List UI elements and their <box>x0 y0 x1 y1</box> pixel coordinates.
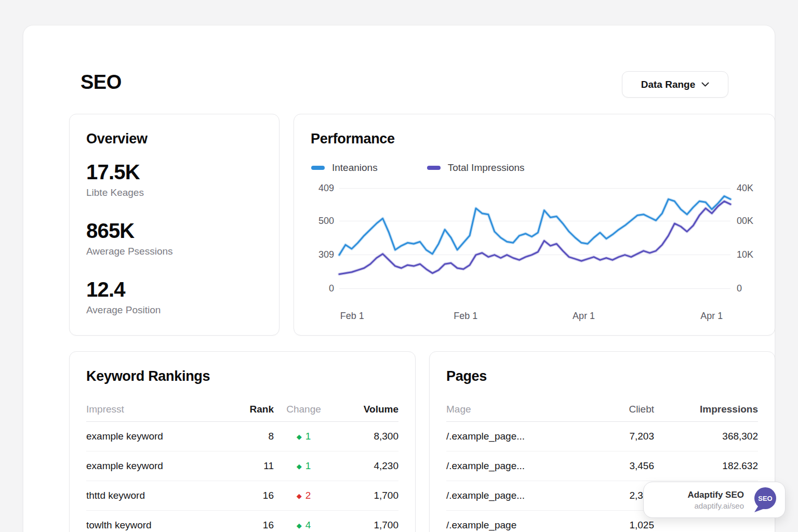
page-row: /.example_page... 3,456 182.632 <box>446 451 758 481</box>
volume-cell: 1,700 <box>334 490 398 501</box>
keyword-cell: towlth keyword <box>86 520 227 531</box>
y-axis-left: 409 500 309 0 <box>311 187 339 288</box>
overview-title: Overview <box>86 131 262 147</box>
x-axis: Feb 1 Feb 1 Apr 1 Apr 1 <box>339 311 730 323</box>
keyword-table: Impresst Rank Change Volume example keyw… <box>86 397 398 532</box>
clicks-cell: 3,456 <box>576 460 654 472</box>
y-tick: 0 <box>329 283 334 294</box>
rank-cell: 16 <box>227 520 274 531</box>
keyword-row: thttd keyword 16 ◆ 2 1,700 <box>86 481 398 511</box>
pages-table-header: Mage Cliebt Impressions <box>446 397 758 422</box>
y-tick: 10K <box>737 249 753 260</box>
keyword-cell: thttd keyword <box>86 490 227 501</box>
col-change: Change <box>274 404 334 415</box>
keyword-cell: example keyword <box>86 460 227 472</box>
keyword-row: example keyword 11 ◆ 1 4,230 <box>86 451 398 481</box>
col-volume: Volume <box>334 404 398 415</box>
performance-card: Performance Inteanions Total Impressions… <box>294 114 775 336</box>
metric-sessions: 865K Awerage Psessions <box>86 219 262 257</box>
chevron-down-icon <box>701 82 709 87</box>
page-cell: /.example_page... <box>446 431 576 442</box>
change-diamond-icon: ◆ <box>297 522 302 529</box>
seo-speech-bubble-icon: SEO <box>751 486 779 514</box>
dashboard-container: SEO Data Range Overview 17.5K Libte Keag… <box>23 25 775 532</box>
x-tick: Apr 1 <box>573 311 595 322</box>
keyword-row: towlth keyword 16 ◆ 4 1,700 <box>86 511 398 532</box>
keyword-rankings-card: Keyword Rankings Impresst Rank Change Vo… <box>69 351 416 532</box>
clicks-cell: 1,025 <box>576 520 654 531</box>
y-tick: 500 <box>318 216 334 227</box>
change-diamond-icon: ◆ <box>297 463 302 470</box>
page-cell: /.example_page <box>446 520 576 531</box>
change-cell: ◆ 2 <box>274 490 334 501</box>
data-range-label: Data Range <box>641 79 696 90</box>
change-value: 2 <box>305 490 311 501</box>
change-diamond-icon: ◆ <box>297 493 302 499</box>
col-clicks: Cliebt <box>576 404 654 415</box>
badge-text: Adaptify SEO adaptify.ai/seo <box>687 490 744 510</box>
legend-swatch-purple <box>427 166 441 170</box>
rank-cell: 8 <box>227 431 274 442</box>
rank-cell: 16 <box>227 490 274 501</box>
pages-title: Pages <box>446 368 758 384</box>
change-cell: ◆ 1 <box>274 460 334 472</box>
volume-cell: 1,700 <box>334 520 398 531</box>
metric-value: 865K <box>86 219 262 242</box>
impressions-cell: 182.632 <box>654 460 758 472</box>
page-cell: /.example_page... <box>446 490 576 501</box>
metric-value: 12.4 <box>86 278 262 301</box>
keyword-table-header: Impresst Rank Change Volume <box>86 397 398 422</box>
volume-cell: 4,230 <box>334 460 398 472</box>
y-tick: 409 <box>318 183 334 194</box>
change-value: 1 <box>305 431 311 442</box>
col-impressions: Impressions <box>654 404 758 415</box>
metric-position: 12.4 Average Position <box>86 278 262 316</box>
badge-icon-label: SEO <box>758 495 772 502</box>
y-tick: 00K <box>737 216 753 227</box>
x-tick: Feb 1 <box>454 311 477 322</box>
change-cell: ◆ 4 <box>274 520 334 531</box>
col-page: Mage <box>446 404 576 415</box>
chart-plot-area <box>339 187 730 288</box>
metric-pages: 17.5K Libte Keages <box>86 161 262 198</box>
metric-label: Awerage Psessions <box>86 246 262 257</box>
volume-cell: 8,300 <box>334 431 398 442</box>
x-tick: Feb 1 <box>340 311 364 322</box>
gridline <box>339 288 730 289</box>
legend-label: Total Impressions <box>448 162 525 174</box>
metric-value: 17.5K <box>86 161 262 183</box>
impressions-cell: 368,302 <box>654 431 758 442</box>
data-range-button[interactable]: Data Range <box>622 71 728 98</box>
chart-legend: Inteanions Total Impressions <box>311 162 525 174</box>
legend-item-impressions[interactable]: Total Impressions <box>427 162 525 174</box>
col-impresst: Impresst <box>86 404 227 415</box>
adaptify-seo-badge[interactable]: Adaptify SEO adaptify.ai/seo SEO <box>643 482 786 518</box>
legend-swatch-blue <box>311 166 325 170</box>
legend-label: Inteanions <box>332 162 378 174</box>
legend-item-interactions[interactable]: Inteanions <box>311 162 378 174</box>
badge-name: Adaptify SEO <box>687 490 744 500</box>
keyword-row: example keyword 8 ◆ 1 8,300 <box>86 422 398 451</box>
y-tick: 40K <box>737 183 753 194</box>
y-tick: 309 <box>318 249 334 260</box>
change-diamond-icon: ◆ <box>297 433 302 440</box>
page-row: /.example_page... 7,203 368,302 <box>446 422 758 451</box>
clicks-cell: 2,347 <box>576 490 654 501</box>
y-tick: 0 <box>737 283 742 294</box>
x-tick: Apr 1 <box>700 311 723 322</box>
clicks-cell: 7,203 <box>576 431 654 442</box>
keyword-cell: example keyword <box>86 431 227 442</box>
keyword-rankings-title: Keyword Rankings <box>86 368 398 384</box>
change-value: 4 <box>305 520 311 531</box>
page-title: SEO <box>81 71 122 94</box>
col-rank: Rank <box>227 404 274 415</box>
change-value: 1 <box>305 460 311 472</box>
metric-label: Libte Keages <box>86 187 262 198</box>
metric-label: Average Position <box>86 304 262 316</box>
page-cell: /.example_page... <box>446 460 576 472</box>
performance-chart: 409 500 309 0 40K 00K 10K 0 <box>311 187 759 288</box>
y-axis-right: 40K 00K 10K 0 <box>737 187 768 288</box>
badge-url: adaptify.ai/seo <box>687 501 744 510</box>
performance-title: Performance <box>311 131 758 147</box>
change-cell: ◆ 1 <box>274 431 334 442</box>
